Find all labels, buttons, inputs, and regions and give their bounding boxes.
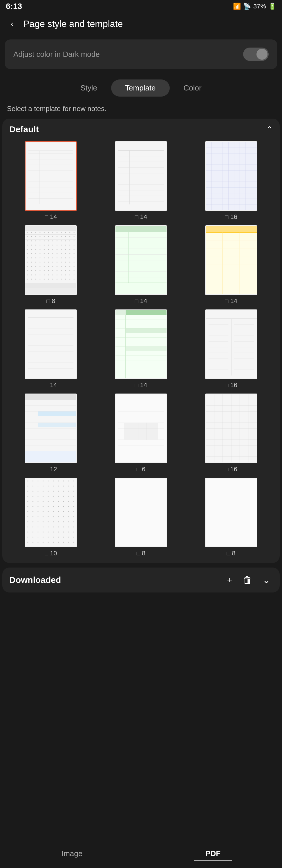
template-label-11: □ 6: [137, 465, 145, 473]
collapse-icon[interactable]: ⌃: [266, 125, 273, 134]
svg-rect-48: [25, 226, 76, 231]
template-item-5[interactable]: □ 14: [98, 225, 184, 305]
svg-rect-148: [124, 423, 158, 440]
svg-rect-173: [116, 478, 166, 547]
template-preview-1: [25, 141, 77, 211]
tab-style[interactable]: Style: [66, 80, 111, 97]
page-icon-15: □: [227, 550, 230, 557]
page-title: Page style and template: [23, 19, 123, 29]
template-label-6: □ 14: [225, 297, 237, 305]
page-icon-13: □: [45, 550, 48, 557]
page-icon-11: □: [137, 466, 140, 473]
template-label-8: □ 14: [135, 381, 147, 389]
nav-image[interactable]: Image: [50, 847, 94, 861]
svg-rect-54: [116, 226, 166, 232]
template-label-9: □ 16: [225, 381, 237, 389]
template-preview-15: [205, 478, 257, 547]
dark-mode-toggle[interactable]: [243, 48, 269, 61]
bottom-nav: Image PDF: [0, 842, 282, 868]
template-item-14[interactable]: □ 8: [98, 478, 184, 557]
downloaded-title: Downloaded: [9, 575, 61, 585]
tabs: Style Template Color: [0, 74, 282, 102]
template-item-2[interactable]: □ 14: [98, 141, 184, 221]
template-label-13: □ 10: [45, 550, 57, 557]
svg-rect-172: [25, 478, 76, 547]
template-item-10[interactable]: □ 12: [8, 394, 94, 473]
template-preview-8: [115, 309, 167, 379]
svg-rect-12: [116, 142, 166, 210]
template-label-2: □ 14: [135, 213, 147, 221]
page-icon-2: □: [135, 214, 138, 220]
page-icon-5: □: [135, 298, 138, 305]
battery-level: 37%: [253, 3, 266, 10]
template-label-3: □ 16: [225, 213, 237, 221]
section-header: Default ⌃: [7, 124, 275, 134]
template-item-6[interactable]: □ 14: [188, 225, 274, 305]
template-grid: □ 14: [7, 141, 275, 557]
template-preview-6: [205, 225, 257, 295]
page-icon-6: □: [225, 298, 228, 305]
page-icon-7: □: [45, 382, 48, 389]
signal-icon: 📡: [243, 3, 251, 10]
svg-rect-102: [126, 328, 166, 333]
template-preview-2: [115, 141, 167, 211]
expand-downloaded-button[interactable]: ⌄: [260, 574, 273, 587]
svg-rect-126: [25, 395, 76, 400]
svg-rect-77: [25, 310, 76, 378]
template-label-1: □ 14: [45, 213, 57, 221]
downloaded-header: Downloaded + 🗑 ⌄: [7, 574, 275, 587]
template-item-11[interactable]: □ 6: [98, 394, 184, 473]
template-item-13[interactable]: □ 10: [8, 478, 94, 557]
template-label-10: □ 12: [45, 465, 57, 473]
status-icons: 📶 📡 37% 🔋: [233, 3, 276, 10]
header: ‹ Page style and template: [0, 13, 282, 35]
svg-rect-130: [38, 423, 76, 427]
tab-template[interactable]: Template: [111, 80, 170, 97]
svg-rect-51: [25, 283, 76, 288]
template-preview-11: [115, 394, 167, 463]
template-item-1[interactable]: □ 14: [8, 141, 94, 221]
back-button[interactable]: ‹: [6, 18, 19, 30]
svg-rect-101: [126, 310, 166, 315]
template-item-3[interactable]: □ 16: [188, 141, 274, 221]
svg-rect-174: [206, 478, 257, 547]
template-preview-9: [205, 309, 257, 379]
template-item-9[interactable]: □ 16: [188, 309, 274, 389]
default-section: Default ⌃: [2, 119, 280, 563]
template-label-12: □ 16: [225, 465, 237, 473]
add-template-button[interactable]: +: [224, 574, 235, 587]
template-preview-5: [115, 225, 167, 295]
wifi-icon: 📶: [233, 3, 241, 10]
template-item-4[interactable]: · □ 8: [8, 225, 94, 305]
downloaded-actions: + 🗑 ⌄: [224, 574, 273, 587]
dark-mode-label: Adjust color in Dark mode: [13, 50, 100, 59]
template-label-5: □ 14: [135, 297, 147, 305]
section-title: Default: [9, 124, 39, 134]
svg-rect-131: [25, 451, 76, 462]
page-icon-10: □: [45, 466, 48, 473]
page-icon-14: □: [137, 550, 140, 557]
page-icon-1: □: [45, 214, 48, 220]
svg-rect-52: [25, 288, 76, 294]
template-item-7[interactable]: □ 14: [8, 309, 94, 389]
downloaded-section: Downloaded + 🗑 ⌄: [2, 567, 280, 592]
svg-rect-88: [116, 310, 166, 378]
status-time: 6:13: [6, 2, 22, 11]
template-item-8[interactable]: □ 14: [98, 309, 184, 389]
template-preview-10: [25, 394, 77, 463]
tab-color[interactable]: Color: [170, 80, 216, 97]
template-preview-13: [25, 478, 77, 547]
page-icon-12: □: [225, 466, 228, 473]
delete-template-button[interactable]: 🗑: [241, 574, 254, 587]
status-bar: 6:13 📶 📡 37% 🔋: [0, 0, 282, 13]
select-template-text: Select a template for new notes.: [0, 102, 282, 119]
template-item-12[interactable]: □ 16: [188, 394, 274, 473]
svg-rect-129: [38, 411, 76, 416]
template-label-14: □ 8: [137, 550, 145, 557]
nav-pdf[interactable]: PDF: [194, 847, 232, 861]
page-icon-8: □: [135, 382, 138, 389]
page-icon-9: □: [225, 382, 228, 389]
template-item-15[interactable]: □ 8: [188, 478, 274, 557]
template-label-4: □ 8: [46, 297, 55, 305]
toggle-knob: [256, 49, 268, 60]
